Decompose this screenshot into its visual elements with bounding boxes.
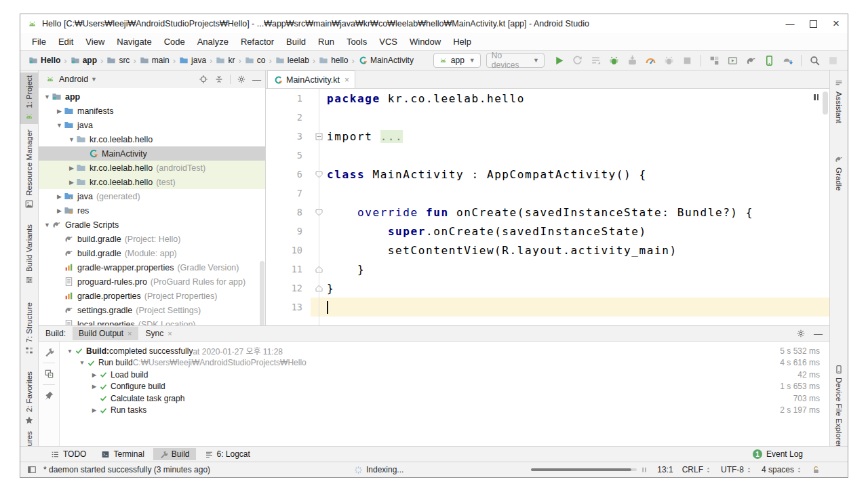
- stripe-item-gradle[interactable]: Gradle: [830, 152, 848, 194]
- line-separator-selector[interactable]: CRLF: [682, 465, 712, 474]
- code-line[interactable]: 2: [266, 108, 829, 127]
- device-selector[interactable]: No devices ▼: [486, 53, 545, 68]
- tree-expand-icon[interactable]: ▼: [77, 359, 87, 366]
- tree-expand-icon[interactable]: ▼: [43, 94, 52, 100]
- device-manager-icon[interactable]: [764, 55, 775, 66]
- breadcrumb-item-mainactivity[interactable]: MainActivity: [358, 56, 414, 65]
- event-log-button[interactable]: 1 Event Log: [753, 449, 841, 459]
- breadcrumb-item-kr[interactable]: kr: [216, 56, 235, 65]
- toolwindow-tab-terminal[interactable]: Terminal: [95, 448, 150, 460]
- menu-build[interactable]: Build: [280, 35, 312, 48]
- code-line[interactable]: 10 setContentView(R.layout.activity_main…: [266, 241, 829, 260]
- indent-selector[interactable]: 4 spaces: [762, 465, 803, 474]
- tree-expand-icon[interactable]: ▶: [55, 207, 64, 214]
- debug-icon[interactable]: [608, 55, 620, 66]
- tree-expand-icon[interactable]: ▶: [90, 407, 99, 413]
- breadcrumb-item-app[interactable]: app: [71, 56, 97, 65]
- tree-expand-icon[interactable]: ▶: [55, 108, 64, 115]
- inspection-indicator-icon[interactable]: [814, 94, 818, 100]
- build-output-row[interactable]: ▶Load build42 ms: [65, 369, 829, 381]
- menu-run[interactable]: Run: [312, 35, 340, 48]
- code-line[interactable]: 7: [266, 184, 829, 203]
- code-line[interactable]: 1package kr.co.leelab.hello: [266, 89, 829, 108]
- breadcrumb-item-co[interactable]: co: [245, 56, 266, 65]
- menu-vcs[interactable]: VCS: [373, 35, 403, 48]
- tree-row[interactable]: gradle.properties(Project Properties): [39, 289, 265, 303]
- tree-row[interactable]: local.properties(SDK Location): [39, 317, 265, 325]
- code-line[interactable]: 5: [266, 146, 829, 165]
- breadcrumb-item-leelab[interactable]: leelab: [275, 56, 309, 65]
- tree-row[interactable]: build.gradle(Module: app): [39, 246, 265, 260]
- editor-scrollbar[interactable]: [823, 92, 828, 115]
- caret-position[interactable]: 13:1: [657, 465, 673, 474]
- profile-apk-icon[interactable]: [727, 55, 738, 66]
- build-output-row[interactable]: ▼Run build C:₩Users₩leeji₩AndroidStudioP…: [65, 357, 829, 369]
- toolwindow-tab-6-logcat[interactable]: 6: Logcat: [199, 448, 256, 460]
- locate-icon[interactable]: [199, 75, 208, 84]
- tree-expand-icon[interactable]: ▶: [67, 179, 76, 186]
- stripe-item-1-project[interactable]: 1: Project: [20, 73, 38, 124]
- project-view-selector[interactable]: Android: [59, 75, 88, 84]
- tree-row[interactable]: build.gradle(Project: Hello): [39, 232, 265, 246]
- minimize-button[interactable]: —: [778, 15, 802, 33]
- menu-view[interactable]: View: [79, 35, 111, 48]
- sdk-manager-icon[interactable]: [782, 55, 793, 66]
- tree-expand-icon[interactable]: ▼: [67, 136, 76, 143]
- build-tab-build-output[interactable]: Build Output×: [73, 327, 138, 340]
- breadcrumb-item-hello[interactable]: hello: [319, 56, 348, 65]
- close-tab-icon[interactable]: ×: [127, 329, 132, 338]
- menu-file[interactable]: File: [26, 35, 52, 48]
- toolwindow-toggle-icon[interactable]: [27, 465, 37, 474]
- tree-row[interactable]: ▶java(generated): [39, 189, 265, 203]
- collapse-all-icon[interactable]: [214, 75, 224, 84]
- breadcrumb-item-main[interactable]: main: [140, 56, 170, 65]
- menu-help[interactable]: Help: [447, 35, 477, 48]
- tree-row[interactable]: ▶manifests: [39, 104, 265, 118]
- tree-row[interactable]: ▼kr.co.leelab.hello: [39, 132, 265, 146]
- tree-expand-icon[interactable]: ▼: [65, 348, 75, 354]
- tree-row[interactable]: ▶kr.co.leelab.hello(test): [39, 175, 265, 189]
- editor-tab-mainactivity[interactable]: MainActivity.kt ×: [267, 70, 355, 88]
- hide-panel-icon[interactable]: —: [252, 75, 261, 85]
- menu-code[interactable]: Code: [158, 35, 191, 48]
- stripe-item-ures[interactable]: ures: [20, 428, 38, 446]
- build-output-row[interactable]: ▶Configure build1 s 653 ms: [65, 381, 829, 393]
- close-tab-icon[interactable]: ×: [344, 75, 349, 85]
- menu-analyze[interactable]: Analyze: [191, 35, 235, 48]
- gear-icon[interactable]: [237, 75, 246, 84]
- stripe-item-build-variants[interactable]: Build Variants: [20, 222, 38, 287]
- gear-icon[interactable]: [796, 329, 806, 338]
- tree-row[interactable]: ▼Gradle Scripts: [39, 218, 265, 232]
- pause-icon[interactable]: [640, 466, 648, 474]
- tree-expand-icon[interactable]: ▼: [43, 222, 52, 228]
- toolwindow-tab-build[interactable]: Build: [153, 448, 196, 460]
- menu-navigate[interactable]: Navigate: [111, 35, 157, 48]
- tree-row[interactable]: ▶kr.co.leelab.hello(androidTest): [39, 161, 265, 175]
- stripe-item-assistant[interactable]: Assistant: [830, 76, 848, 126]
- lock-icon[interactable]: [812, 466, 821, 474]
- profile-icon[interactable]: [645, 55, 656, 66]
- search-everywhere-icon[interactable]: [809, 55, 821, 66]
- run-task-icon[interactable]: [44, 369, 54, 379]
- build-output-row[interactable]: ▶Run tasks2 s 197 ms: [65, 405, 829, 417]
- tree-expand-icon[interactable]: ▶: [55, 193, 64, 200]
- run-configuration-selector[interactable]: app ▼: [433, 53, 481, 68]
- code-line[interactable]: 11 }: [266, 260, 829, 279]
- attach-debugger-to-android-icon[interactable]: [709, 55, 720, 66]
- code-line[interactable]: 9 super.onCreate(savedInstanceState): [266, 222, 829, 241]
- stripe-item-device-file-explorer[interactable]: Device File Explorer: [830, 362, 848, 446]
- make-project-icon[interactable]: [418, 55, 428, 66]
- tree-row[interactable]: ▼java: [39, 118, 265, 132]
- code-editor[interactable]: 1package kr.co.leelab.hello23import ...5…: [266, 89, 829, 325]
- breadcrumb-item-java[interactable]: java: [179, 56, 206, 65]
- tree-row[interactable]: settings.gradle(Project Settings): [39, 303, 265, 317]
- tree-row[interactable]: MainActivity: [39, 146, 265, 161]
- menu-refactor[interactable]: Refactor: [235, 35, 280, 48]
- breadcrumb-item-src[interactable]: src: [106, 56, 130, 65]
- hide-panel-icon[interactable]: —: [814, 329, 823, 339]
- close-tab-icon[interactable]: ×: [167, 329, 172, 338]
- project-scrollbar[interactable]: [260, 261, 264, 325]
- pin-icon[interactable]: [44, 390, 54, 401]
- sync-gradle-icon[interactable]: [745, 55, 757, 66]
- toolwindow-tab-todo[interactable]: TODO: [45, 448, 92, 460]
